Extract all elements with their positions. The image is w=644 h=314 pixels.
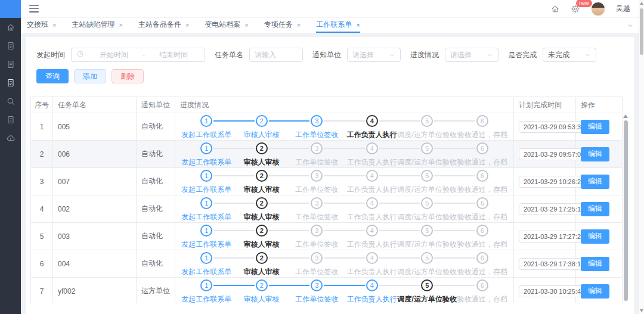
- gear-icon[interactable]: new: [571, 4, 580, 14]
- step-number: 2: [256, 115, 268, 127]
- step-number: 4: [366, 197, 378, 209]
- task-table: 序号 任务单名 通知单位 进度情况 计划完成时间 操作 1005自动化1发起工作…: [30, 97, 623, 303]
- document-icon[interactable]: [6, 41, 16, 51]
- cloud-download-icon[interactable]: [6, 133, 16, 143]
- step-title: 验收通过，存档: [457, 294, 507, 304]
- cell-notify-unit: 自动化: [137, 250, 175, 278]
- edit-button[interactable]: 编辑: [581, 175, 609, 189]
- progress-steps: 1发起工作联系单2审核人审核3工作单位签收4工作负责人执行5调度/运方单位验收6…: [179, 115, 510, 140]
- date-range-picker[interactable]: 开始时间 - 结束时间: [71, 48, 205, 62]
- search-icon[interactable]: [6, 97, 16, 106]
- edit-button[interactable]: 编辑: [581, 229, 609, 244]
- step-title: 审核人审核: [244, 157, 280, 167]
- step-title: 工作单位签收: [295, 212, 338, 222]
- home-icon[interactable]: [550, 4, 560, 14]
- step-title: 调度/运方单位验收: [398, 157, 457, 167]
- progress-select[interactable]: 请选择: [445, 48, 499, 62]
- step-5: 5调度/运方单位验收: [400, 197, 455, 222]
- step-number: 2: [256, 170, 268, 182]
- edit-button[interactable]: 编辑: [581, 147, 609, 161]
- tab-交接班[interactable]: 交接班×: [27, 18, 56, 33]
- step-title: 工作负责人执行: [347, 267, 397, 277]
- cell-task-name: 004: [53, 250, 137, 278]
- edit-button[interactable]: 编辑: [581, 257, 609, 271]
- step-number: 1: [200, 115, 212, 127]
- document-icon[interactable]: [6, 60, 16, 69]
- step-6: 6验收通过，存档: [455, 279, 510, 304]
- close-icon[interactable]: ×: [185, 21, 189, 29]
- col-progress: 进度情况: [175, 97, 514, 113]
- tab-变电站档案[interactable]: 变电站档案×: [205, 18, 248, 33]
- avatar[interactable]: [591, 2, 605, 16]
- cell-progress: 1发起工作联系单2审核人审核3工作单位签收4工作负责人执行5调度/运方单位验收6…: [175, 278, 514, 304]
- step-5: 5调度/运方单位验收: [400, 170, 455, 195]
- new-badge: new: [576, 0, 592, 7]
- step-title: 调度/运方单位验收: [398, 130, 457, 140]
- close-icon[interactable]: ×: [356, 21, 360, 29]
- step-number: 6: [476, 170, 488, 182]
- step-number: 4: [366, 279, 378, 291]
- planned-time-value: 2021-03-29 09:57:08: [519, 148, 589, 160]
- delete-button[interactable]: 删除: [112, 69, 144, 83]
- progress-steps: 1发起工作联系单2审核人审核3工作单位签收4工作负责人执行5调度/运方单位验收6…: [179, 142, 510, 167]
- cell-planned-time: 2021-03-29 10:26:22: [514, 168, 576, 195]
- completed-label: 是否完成: [508, 50, 537, 60]
- close-icon[interactable]: ×: [119, 21, 122, 29]
- document-icon[interactable]: [6, 115, 16, 125]
- step-number: 2: [256, 279, 268, 291]
- completed-select[interactable]: 未完成: [543, 48, 596, 62]
- document-icon[interactable]: [6, 78, 16, 88]
- close-icon[interactable]: ×: [297, 21, 301, 29]
- step-title: 发起工作联系单: [181, 185, 231, 195]
- user-name[interactable]: 吴越: [616, 4, 630, 14]
- close-icon[interactable]: ×: [244, 21, 248, 29]
- step-3: 3工作单位签收: [289, 252, 345, 277]
- col-actions: 操作: [576, 97, 623, 113]
- tabs-dropdown-button[interactable]: [622, 18, 639, 33]
- task-table-wrap: 序号 任务单名 通知单位 进度情况 计划完成时间 操作 1005自动化1发起工作…: [30, 97, 629, 303]
- tab-工作联系单[interactable]: 工作联系单×: [316, 18, 360, 33]
- top-bar: new 吴越: [21, 0, 639, 18]
- step-2: 2审核人审核: [234, 142, 290, 167]
- table-scrollbar: [622, 113, 629, 303]
- close-icon[interactable]: ×: [52, 21, 56, 29]
- scroll-up-arrow-icon[interactable]: [623, 114, 628, 118]
- edit-button[interactable]: 编辑: [581, 120, 609, 134]
- step-title: 工作单位签收: [295, 294, 338, 304]
- tab-专项任务[interactable]: 专项任务×: [264, 18, 301, 33]
- scroll-up-arrow-icon[interactable]: [640, 2, 643, 5]
- task-name-input[interactable]: 请输入: [249, 48, 303, 62]
- step-number: 6: [476, 142, 488, 154]
- planned-time-value: 2021-03-29 09:53:38: [519, 121, 589, 133]
- tab-主站备品备件[interactable]: 主站备品备件×: [138, 18, 189, 33]
- page-scrollbar-thumb[interactable]: [640, 8, 643, 55]
- step-6: 6验收通过，存档: [455, 170, 510, 195]
- table-scrollbar-thumb[interactable]: [624, 120, 628, 301]
- step-number: 4: [366, 225, 378, 237]
- scroll-down-arrow-icon[interactable]: [640, 309, 643, 312]
- notify-unit-select[interactable]: 请选择: [347, 48, 401, 62]
- add-button[interactable]: 添加: [74, 69, 106, 83]
- planned-time-value: 2021-03-30 10:25:48: [519, 285, 589, 297]
- step-title: 工作负责人执行: [347, 185, 397, 195]
- tab-主站缺陷管理[interactable]: 主站缺陷管理×: [72, 18, 122, 33]
- step-2: 2审核人审核: [234, 252, 290, 277]
- cell-task-name: 007: [53, 168, 137, 195]
- step-title: 审核人审核: [244, 185, 280, 195]
- step-title: 调度/运方单位验收: [398, 185, 457, 195]
- search-button[interactable]: 查询: [36, 69, 69, 83]
- step-title: 工作负责人执行: [347, 294, 397, 304]
- home-icon[interactable]: [6, 23, 16, 32]
- edit-button[interactable]: 编辑: [581, 202, 609, 216]
- hamburger-icon[interactable]: [29, 5, 39, 13]
- cell-planned-time: 2021-03-29 17:38:18: [514, 250, 576, 278]
- step-6: 6验收通过，存档: [455, 197, 510, 222]
- cell-planned-time: 2021-03-29 17:27:29: [514, 223, 576, 250]
- cell-planned-time: 2021-03-29 09:53:38: [514, 113, 576, 141]
- step-title: 审核人审核: [244, 294, 280, 304]
- cell-index: 3: [31, 168, 53, 195]
- cell-actions: 编辑: [576, 168, 623, 195]
- edit-button[interactable]: 编辑: [581, 284, 609, 299]
- step-4: 4工作负责人执行: [345, 225, 400, 250]
- step-title: 工作单位签收: [295, 267, 338, 277]
